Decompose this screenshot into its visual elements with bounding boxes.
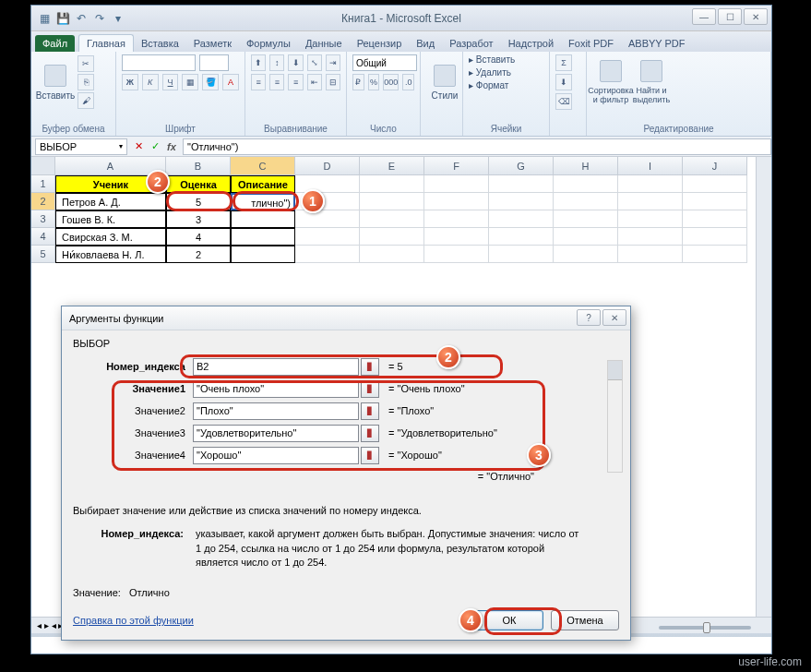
- tab-home[interactable]: Главная: [78, 34, 134, 52]
- wrap-text-icon[interactable]: ⇥: [326, 54, 340, 71]
- range-picker-icon[interactable]: ▊: [361, 380, 379, 398]
- tab-layout[interactable]: Разметк: [186, 35, 239, 52]
- cancel-button[interactable]: Отмена: [551, 610, 619, 630]
- cell-b4[interactable]: 4: [166, 228, 231, 246]
- row-header-3[interactable]: 3: [31, 210, 55, 228]
- cells-delete[interactable]: ▸ Удалить: [469, 67, 543, 78]
- tab-developer[interactable]: Разработ: [442, 35, 500, 52]
- cells-insert[interactable]: ▸ Вставить: [469, 54, 543, 65]
- border-button[interactable]: ▦: [182, 74, 198, 90]
- number-format[interactable]: [352, 54, 417, 71]
- tab-data[interactable]: Данные: [298, 35, 350, 52]
- cell-a2[interactable]: Петров А. Д.: [55, 193, 166, 210]
- col-header-c[interactable]: C: [231, 157, 295, 175]
- ok-button[interactable]: ОК: [475, 610, 543, 630]
- tab-file[interactable]: Файл: [35, 35, 75, 52]
- font-size[interactable]: [199, 54, 229, 71]
- tab-formulas[interactable]: Формулы: [239, 35, 298, 52]
- align-bottom-icon[interactable]: ⬇: [288, 54, 303, 71]
- cells-format[interactable]: ▸ Формат: [469, 80, 543, 90]
- cell-c2[interactable]: тлично"): [231, 193, 295, 210]
- cell-a4[interactable]: Свирская З. М.: [55, 228, 166, 246]
- cell-b5[interactable]: 2: [166, 246, 231, 263]
- underline-button[interactable]: Ч: [162, 74, 179, 90]
- name-box[interactable]: ВЫБОР▾: [35, 138, 127, 155]
- args-scrollbar[interactable]: [607, 360, 623, 473]
- cell-a5[interactable]: Ни́ковлаева Н. Л.: [55, 246, 166, 263]
- arg-input-index[interactable]: [193, 358, 359, 376]
- arg-input-1[interactable]: [193, 380, 359, 398]
- merge-icon[interactable]: ⊟: [326, 74, 340, 90]
- cell-b2[interactable]: 5: [166, 193, 231, 210]
- cell-c5[interactable]: [231, 246, 295, 263]
- align-right-icon[interactable]: ≡: [288, 74, 303, 90]
- col-header-j[interactable]: J: [683, 157, 747, 175]
- select-all-corner[interactable]: [31, 157, 55, 175]
- cut-icon[interactable]: ✂: [78, 55, 94, 72]
- help-link[interactable]: Справка по этой функции: [73, 615, 194, 626]
- inc-decimal-icon[interactable]: .0: [402, 74, 414, 90]
- tab-abbyy[interactable]: ABBYY PDF: [621, 35, 693, 52]
- maximize-button[interactable]: ☐: [718, 8, 742, 25]
- col-header-i[interactable]: I: [618, 157, 683, 175]
- tab-insert[interactable]: Вставка: [134, 35, 186, 52]
- comma-icon[interactable]: 000: [383, 74, 399, 90]
- qat-dropdown-icon[interactable]: ▾: [111, 11, 125, 26]
- orientation-icon[interactable]: ⤡: [307, 54, 322, 71]
- range-picker-icon[interactable]: ▊: [361, 402, 379, 420]
- close-button[interactable]: ✕: [744, 8, 768, 25]
- range-picker-icon[interactable]: ▊: [361, 358, 379, 376]
- header-grade[interactable]: Оценка: [166, 175, 231, 193]
- bold-button[interactable]: Ж: [122, 74, 138, 90]
- row-header-2[interactable]: 2: [31, 193, 55, 210]
- cell-a3[interactable]: Гошев В. К.: [55, 210, 166, 228]
- cell-c3[interactable]: [231, 210, 295, 228]
- align-middle-icon[interactable]: ↕: [269, 54, 284, 71]
- col-header-e[interactable]: E: [360, 157, 424, 175]
- paste-button[interactable]: Вставить: [37, 54, 74, 110]
- arg-input-2[interactable]: [193, 402, 359, 420]
- tab-foxit[interactable]: Foxit PDF: [561, 35, 621, 52]
- font-color-button[interactable]: A: [222, 74, 239, 90]
- minimize-button[interactable]: —: [692, 8, 716, 25]
- sort-filter-button[interactable]: Сортировка и фильтр: [592, 54, 629, 110]
- row-header-4[interactable]: 4: [31, 228, 55, 246]
- fx-icon[interactable]: fx: [164, 139, 179, 154]
- italic-button[interactable]: К: [142, 74, 159, 90]
- row-header-5[interactable]: 5: [31, 246, 55, 263]
- dialog-help-button[interactable]: ?: [577, 309, 601, 326]
- currency-icon[interactable]: ₽: [352, 74, 364, 90]
- redo-icon[interactable]: ↷: [92, 11, 107, 26]
- cancel-formula-icon[interactable]: ✕: [131, 139, 146, 154]
- undo-icon[interactable]: ↶: [74, 11, 89, 26]
- align-left-icon[interactable]: ≡: [251, 74, 266, 90]
- zoom-slider[interactable]: [659, 626, 751, 630]
- vertical-scrollbar[interactable]: [756, 157, 771, 617]
- dialog-titlebar[interactable]: Аргументы функции ? ✕: [62, 306, 630, 330]
- arg-input-4[interactable]: [193, 447, 359, 464]
- copy-icon[interactable]: ⎘: [78, 74, 94, 90]
- formula-input[interactable]: "Отлично"): [183, 138, 771, 155]
- col-header-g[interactable]: G: [489, 157, 554, 175]
- col-header-d[interactable]: D: [295, 157, 360, 175]
- fill-icon[interactable]: ⬇: [555, 74, 572, 90]
- align-center-icon[interactable]: ≡: [269, 74, 284, 90]
- dialog-close-button[interactable]: ✕: [602, 309, 626, 326]
- range-picker-icon[interactable]: ▊: [361, 425, 379, 442]
- col-header-b[interactable]: B: [166, 157, 231, 175]
- align-top-icon[interactable]: ⬆: [251, 54, 266, 71]
- row-header-1[interactable]: 1: [31, 175, 55, 193]
- save-icon[interactable]: 💾: [55, 11, 70, 26]
- percent-icon[interactable]: %: [368, 74, 380, 90]
- styles-button[interactable]: Стили: [426, 54, 463, 110]
- indent-dec-icon[interactable]: ⇤: [307, 74, 322, 90]
- cell-c4[interactable]: [231, 228, 295, 246]
- arg-input-3[interactable]: [193, 425, 359, 442]
- autosum-icon[interactable]: Σ: [555, 54, 572, 71]
- col-header-h[interactable]: H: [554, 157, 618, 175]
- find-select-button[interactable]: Найти и выделить: [633, 54, 670, 110]
- cell-b3[interactable]: 3: [166, 210, 231, 228]
- clear-icon[interactable]: ⌫: [555, 93, 572, 110]
- font-name[interactable]: [122, 54, 196, 71]
- format-painter-icon[interactable]: 🖌: [78, 92, 94, 109]
